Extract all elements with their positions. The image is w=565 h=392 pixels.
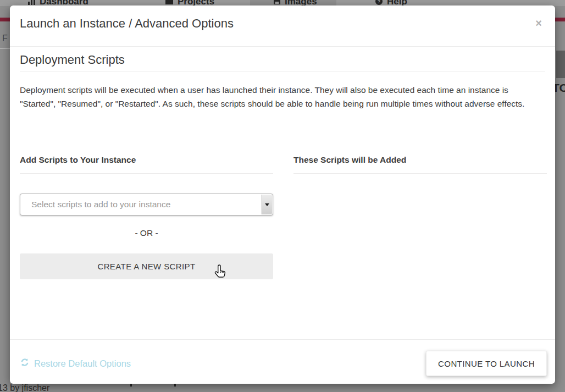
scripts-select[interactable]: Select scripts to add to your instance xyxy=(20,194,273,216)
background-text-tick xyxy=(130,384,132,387)
background-text-fragment-left: F xyxy=(2,34,8,43)
scripts-select-placeholder: Select scripts to add to your instance xyxy=(20,200,170,209)
background-rule-fragment xyxy=(0,48,10,49)
restore-link-label: Restore Default Options xyxy=(34,358,131,369)
restore-default-options-link[interactable]: Restore Default Options xyxy=(20,357,131,369)
background-dark-block xyxy=(556,51,565,78)
added-scripts-column: These Scripts will be Added xyxy=(293,155,547,174)
add-scripts-heading: Add Scripts to Your Instance xyxy=(20,155,273,174)
refresh-icon xyxy=(20,357,30,369)
close-icon[interactable]: × xyxy=(535,18,542,29)
background-text-fragment-bottom: 13 by jfischer xyxy=(0,383,49,392)
section-description: Deployment scripts will be executed when… xyxy=(20,83,535,111)
modal-header: Launch an Instance / Advanced Options × xyxy=(10,5,555,47)
svg-text:?: ? xyxy=(378,0,381,4)
advanced-options-modal: Launch an Instance / Advanced Options × … xyxy=(10,5,555,384)
background-text-tick xyxy=(174,384,176,387)
create-new-script-button[interactable]: CREATE A NEW SCRIPT xyxy=(20,253,273,279)
chevron-down-icon[interactable] xyxy=(262,195,272,214)
section-heading: Deployment Scripts xyxy=(20,53,545,71)
add-scripts-column: Add Scripts to Your Instance Select scri… xyxy=(20,155,273,279)
continue-to-launch-button[interactable]: CONTINUE TO LAUNCH xyxy=(426,351,547,376)
added-scripts-heading: These Scripts will be Added xyxy=(293,155,547,174)
or-separator: - OR - xyxy=(20,227,273,240)
modal-title: Launch an Instance / Advanced Options xyxy=(20,16,234,31)
modal-footer: Restore Default Options CONTINUE TO LAUN… xyxy=(10,339,555,384)
